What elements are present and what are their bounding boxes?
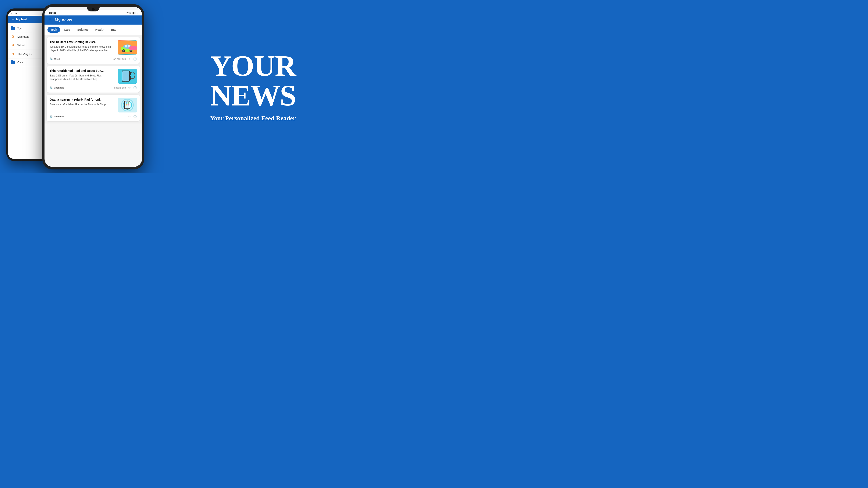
svg-point-17 [129,72,131,75]
list-item-label: Tech [18,27,23,30]
rss-icon: 📡 [50,86,53,89]
clock-icon[interactable]: 🕐 [133,57,137,61]
phone-bg-time: 13:33 [11,12,17,15]
svg-point-10 [130,50,132,52]
svg-point-16 [125,81,126,82]
tab-tech[interactable]: Tech [48,27,60,33]
statusbar-icons: WiFi ▌▌▌ ▪ [126,12,138,14]
star-icon[interactable]: ☆ [128,57,131,61]
clock-icon[interactable]: 🕐 [133,115,137,119]
source-name: Mashable [54,115,64,118]
news-card[interactable]: Grab a near-mint refurb iPad for onl... … [46,95,140,121]
phone-camera [92,8,95,11]
hero-subtitle: Your Personalized Feed Reader [210,115,296,122]
news-card-desc: Tesla and BYD battled it out to be the m… [50,45,115,52]
news-card-content: This refurbished iPad and Beats bun... S… [50,69,137,84]
news-source: 📡 Mashable [50,115,64,118]
tab-science[interactable]: Science [74,27,92,33]
article-image [118,69,137,84]
wifi-icon: WiFi [126,12,131,14]
rss-icon: 📡 [50,115,53,118]
news-card-footer: 📡 Wired an hour ago ☆ 🕐 [50,57,137,61]
news-card-desc: Save on a refurbished iPad at the Mashab… [50,103,115,106]
news-meta: 3 hours ago ☆ 🕐 [114,86,137,90]
news-source: 📡 Mashable [50,86,64,89]
list-item-label: Cars [18,61,23,64]
source-name: Mashable [54,87,64,89]
battery-icon: ▪ [137,12,138,14]
signal-icon: ▌▌▌ [132,12,136,14]
svg-rect-28 [128,104,129,105]
svg-point-8 [123,50,124,52]
back-arrow-icon[interactable]: ← [11,18,14,21]
app-header-title: My news [55,18,72,23]
list-item-label: The Verge - [18,53,32,56]
rss-icon: ⌘ [11,52,15,56]
article-image [118,98,137,112]
news-card-title: Grab a near-mint refurb iPad for onl... [50,98,115,101]
app-header: ☰ My news [44,15,142,25]
star-icon[interactable]: ☆ [128,115,131,119]
news-card-title: The 18 Best EVs Coming in 2024 [50,40,115,44]
star-icon[interactable]: ☆ [128,86,131,90]
rss-icon: ⌘ [11,35,15,39]
folder-icon [11,61,15,64]
rss-icon: ⌘ [11,43,15,47]
news-card-content: Grab a near-mint refurb iPad for onl... … [50,98,137,112]
folder-icon [11,27,15,30]
phone-bg-title: My feed [16,18,27,21]
news-card-content: The 18 Best EVs Coming in 2024 Tesla and… [50,40,137,55]
news-card-text: Grab a near-mint refurb iPad for onl... … [50,98,115,106]
tab-health[interactable]: Health [92,27,107,33]
hamburger-icon[interactable]: ☰ [48,18,52,22]
svg-rect-27 [126,104,127,105]
news-card[interactable]: This refurbished iPad and Beats bun... S… [46,66,140,93]
news-card-title: This refurbished iPad and Beats bun... [50,69,115,73]
news-feed: The 18 Best EVs Coming in 2024 Tesla and… [44,35,142,124]
list-item-label: Mashable [18,35,29,38]
list-item-label: Wired [18,44,25,47]
article-time: 3 hours ago [114,87,126,89]
clock-icon[interactable]: 🕐 [133,86,137,90]
hero-section: YOURNEWS Your Personalized Feed Reader [210,51,296,122]
svg-rect-26 [128,102,129,104]
rss-icon: 📡 [50,57,53,60]
statusbar-time: 13:28 [49,11,56,14]
phone-main: 13:28 WiFi ▌▌▌ ▪ ☰ My news Tech Cars Sci… [42,4,144,169]
tab-cars[interactable]: Cars [61,27,73,33]
news-card-footer: 📡 Mashable ☆ 🕐 [50,115,137,119]
svg-rect-15 [122,71,129,81]
hero-title: YOURNEWS [210,51,296,110]
svg-rect-25 [126,102,127,104]
ipad2-svg [118,98,137,112]
news-card[interactable]: The 18 Best EVs Coming in 2024 Tesla and… [46,37,140,64]
news-card-text: The 18 Best EVs Coming in 2024 Tesla and… [50,40,115,52]
ipad-beats-svg [118,69,137,84]
svg-point-18 [129,76,131,79]
phone-main-screen: 13:28 WiFi ▌▌▌ ▪ ☰ My news Tech Cars Sci… [44,7,142,167]
news-card-footer: 📡 Mashable 3 hours ago ☆ 🕐 [50,86,137,90]
svg-point-24 [127,109,128,110]
news-card-text: This refurbished iPad and Beats bun... S… [50,69,115,81]
article-time: an hour ago [113,58,126,60]
tab-inte[interactable]: Inte [108,27,120,33]
ev-car-svg [118,41,137,55]
article-image [118,40,137,55]
news-meta: ☆ 🕐 [126,115,137,119]
news-meta: an hour ago ☆ 🕐 [113,57,137,61]
news-source: 📡 Wired [50,57,60,60]
category-tabs: Tech Cars Science Health Inte [44,25,142,35]
svg-rect-12 [129,46,137,49]
news-card-desc: Save 23% on an iPad 5th Gen and Beats Fl… [50,74,115,81]
svg-rect-5 [125,45,127,47]
source-name: Wired [54,58,60,60]
